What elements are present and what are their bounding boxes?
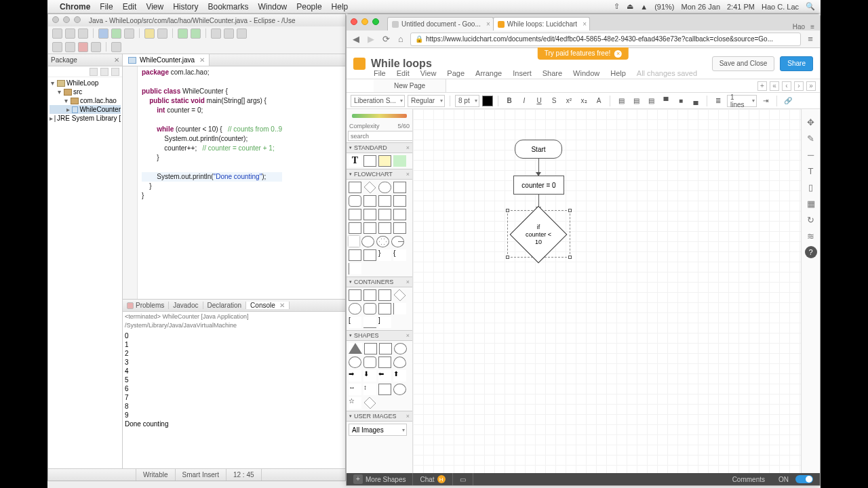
shape-a[interactable] — [349, 209, 361, 220]
shape-s9[interactable] — [393, 384, 406, 395]
menu-history[interactable]: History — [173, 2, 198, 12]
list-icon[interactable]: ≣ — [712, 95, 724, 107]
menu-view[interactable]: View — [146, 2, 163, 12]
user-images-select[interactable]: All Images — [349, 424, 407, 436]
tab-console[interactable]: Console ✕ — [246, 302, 290, 309]
shape-heart[interactable] — [393, 357, 406, 368]
browser-tab-docs[interactable]: Untitled document - Goo...× — [387, 17, 494, 30]
lc-menu-view[interactable]: View — [420, 69, 437, 77]
shape-doc[interactable] — [349, 195, 361, 207]
shape-d[interactable] — [393, 209, 406, 220]
resize-handle[interactable] — [506, 209, 509, 212]
collapse-icon[interactable] — [90, 68, 98, 76]
shape-ct2[interactable] — [363, 289, 376, 301]
shape-s5[interactable] — [349, 357, 361, 368]
share-button[interactable]: Share — [780, 56, 813, 71]
tb-save-icon[interactable] — [65, 28, 75, 39]
tb-stop-icon[interactable] — [78, 42, 88, 52]
shape-decision[interactable] — [364, 182, 376, 194]
shape-br3[interactable]: ] — [378, 317, 391, 328]
pkg-tab[interactable]: Package✕ — [48, 54, 122, 66]
tb-saveall-icon[interactable] — [78, 28, 88, 39]
strike-icon[interactable]: S — [548, 95, 560, 107]
shape-process[interactable] — [349, 182, 361, 193]
tb-run-icon[interactable] — [111, 28, 121, 39]
tb-newclass-icon[interactable] — [157, 28, 167, 39]
promo-banner[interactable]: Try paid features free!× — [538, 47, 629, 60]
tree-pkg[interactable]: com.lac.hao — [80, 97, 117, 104]
navigator-icon[interactable]: ✥ — [805, 116, 817, 128]
close-icon[interactable]: ✕ — [114, 56, 119, 64]
close-icon[interactable]: × — [406, 332, 410, 339]
editor-tab[interactable]: WhileCounter.java✕ — [123, 54, 210, 66]
minimize-window-icon[interactable] — [361, 18, 368, 25]
resize-handle[interactable] — [506, 256, 509, 259]
tab-declaration[interactable]: Declaration — [203, 302, 247, 309]
lc-menu-page[interactable]: Page — [447, 69, 465, 77]
tb-runlast-icon[interactable] — [124, 28, 134, 39]
valign-mid-icon[interactable]: ■ — [675, 95, 687, 107]
add-page-icon[interactable]: + — [757, 81, 767, 91]
shape-s3[interactable] — [379, 343, 392, 354]
shape-note2[interactable] — [349, 263, 361, 274]
close-icon[interactable]: × — [406, 279, 410, 285]
tb-newpkg-icon[interactable] — [144, 28, 155, 39]
subscript-icon[interactable]: x₂ — [578, 95, 590, 107]
text-color-swatch[interactable] — [482, 96, 493, 106]
home-icon[interactable]: ⌂ — [395, 34, 406, 45]
shape-brace2[interactable]: { — [393, 249, 406, 261]
lc-menu-file[interactable]: File — [374, 69, 386, 77]
back-icon[interactable]: ◀ — [351, 34, 361, 45]
shape-arrow-l[interactable]: ⬅ — [378, 370, 391, 382]
close-icon[interactable]: × — [614, 50, 622, 58]
tb-new-icon[interactable] — [52, 28, 62, 39]
tab-javadoc[interactable]: Javadoc — [169, 302, 203, 309]
menu-bookmarks[interactable]: Bookmarks — [208, 2, 249, 12]
align-right-icon[interactable]: ▤ — [645, 95, 657, 107]
history-icon[interactable]: ↻ — [805, 214, 817, 226]
shape-brace[interactable]: } — [378, 249, 391, 261]
valign-top-icon[interactable]: ▀ — [660, 95, 672, 107]
line-spacing-select[interactable]: 1 lines — [727, 95, 757, 107]
shape-sum[interactable] — [376, 236, 389, 247]
close-icon[interactable]: ✕ — [199, 56, 205, 64]
shape-note[interactable] — [378, 155, 391, 167]
clear-format-icon[interactable]: A — [593, 95, 605, 107]
bold-icon[interactable]: B — [503, 95, 515, 107]
canvas[interactable]: Start counter = 0 — [413, 109, 801, 473]
menu-icon[interactable] — [111, 68, 119, 76]
lc-menu-edit[interactable]: Edit — [397, 69, 410, 77]
shape-arrow-lr[interactable]: ↔ — [349, 384, 361, 395]
shape-arrow-ud[interactable]: ↕ — [363, 384, 376, 395]
font-weight-select[interactable]: Regular — [408, 95, 445, 107]
console-view[interactable]: <terminated> WhileCounter [Java Applicat… — [123, 312, 345, 468]
shape-c[interactable] — [378, 209, 391, 220]
resize-handle[interactable] — [568, 256, 572, 259]
first-page-icon[interactable]: « — [770, 81, 779, 91]
font-size-select[interactable]: 8 pt — [455, 95, 479, 107]
next-page-icon[interactable]: › — [794, 81, 804, 91]
valign-bot-icon[interactable]: ▄ — [690, 95, 702, 107]
shape-br1[interactable]: [ — [349, 317, 361, 328]
node-start[interactable]: Start — [515, 140, 562, 159]
menu-file[interactable]: File — [100, 2, 113, 12]
shape-star[interactable]: ☆ — [349, 397, 361, 409]
shape-ct1[interactable] — [349, 289, 361, 301]
shape-ct8[interactable] — [393, 303, 406, 314]
cat-user-images[interactable]: ▾USER IMAGES× — [347, 411, 412, 422]
shape-db[interactable] — [378, 195, 391, 207]
shape-i[interactable] — [349, 249, 361, 261]
align-center-icon[interactable]: ▤ — [630, 95, 642, 107]
tb-search-icon[interactable] — [224, 28, 234, 39]
shape-br2[interactable] — [363, 317, 376, 328]
page-icon[interactable]: ▯ — [805, 181, 817, 193]
shape-e[interactable] — [349, 222, 361, 234]
lc-menu-share[interactable]: Share — [542, 69, 562, 77]
shape-rect[interactable] — [363, 155, 376, 167]
cat-flowchart[interactable]: ▾FLOWCHART× — [347, 169, 412, 180]
tb-ico-b[interactable] — [65, 42, 75, 52]
shape-ct4[interactable] — [394, 289, 406, 302]
align-left-icon[interactable]: ▤ — [615, 95, 627, 107]
shape-ct3[interactable] — [378, 289, 391, 301]
tb-debug-icon[interactable] — [98, 28, 108, 39]
